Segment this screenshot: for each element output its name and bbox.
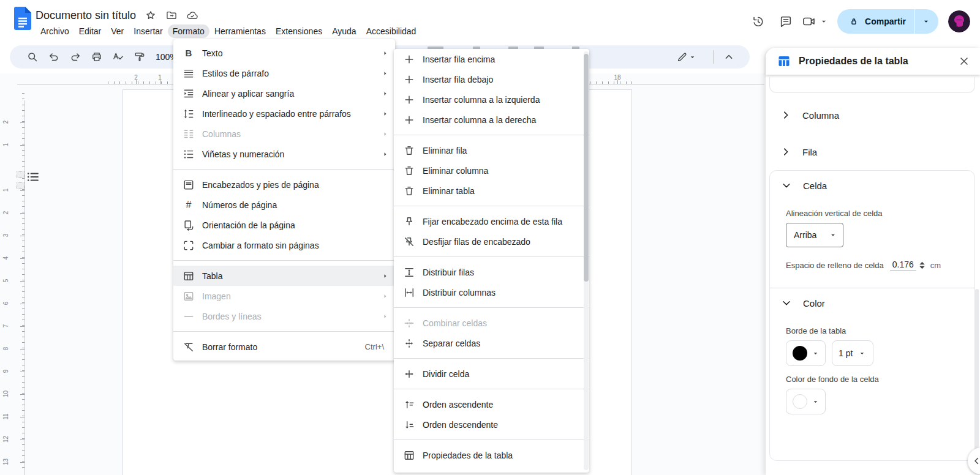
menu-item-numeros-de-pagina[interactable]: #Números de página [173,195,395,215]
meet-call-button[interactable] [802,14,829,29]
menu-item-insertar-columna-izquierda[interactable]: Insertar columna a la izquierda [394,89,589,110]
section-columna[interactable]: Columna [769,102,975,129]
table-icon [403,449,415,462]
table-row-grip[interactable] [17,171,24,178]
menu-item-vinetas-y-numeracion[interactable]: Viñetas y numeración [173,144,395,164]
menu-item-desfijar-filas[interactable]: Desfijar filas de encabezado [394,231,589,252]
menu-item-label: Eliminar fila [423,146,583,155]
ruler-tick [22,93,24,94]
ruler-tick [22,337,24,337]
document-outline-icon[interactable] [26,170,40,184]
border-color-swatch[interactable] [786,340,826,366]
menu-item-interlineado[interactable]: Interlineado y espaciado entre párrafos [173,103,395,124]
spellcheck-icon[interactable] [110,49,126,65]
meet-dropdown-icon[interactable] [819,17,829,26]
submenu-arrow-icon [382,130,389,138]
menu-item-encabezados-y-pies[interactable]: Encabezados y pies de página [173,174,395,195]
menubar-item-herramientas[interactable]: Herramientas [209,24,271,38]
lock-icon [848,16,859,27]
ruler-tick [22,422,24,422]
ruler-tick [138,81,138,84]
close-panel-icon[interactable] [953,50,975,72]
menu-item-eliminar-tabla[interactable]: Eliminar tabla [394,181,589,201]
menu-item-fijar-encabezado[interactable]: Fijar encabezado encima de esta fila [394,211,589,231]
menubar-item-editar[interactable]: Editar [74,24,107,38]
menubar-item-accesibilidad[interactable]: Accesibilidad [361,24,421,38]
search-menus-icon[interactable] [24,49,40,65]
paint-format-icon[interactable] [132,49,148,65]
editing-mode-button[interactable] [673,49,700,65]
menubar-item-archivo[interactable]: Archivo [36,24,74,38]
menu-separator [394,439,589,440]
cloud-status-icon[interactable] [186,9,198,21]
chevron-right-icon[interactable] [780,146,791,157]
menubar-item-ver[interactable]: Ver [106,24,129,38]
version-history-button[interactable] [745,9,770,34]
pin-icon [403,215,415,228]
menu-item-insertar-columna-derecha[interactable]: Insertar columna a la derecha [394,110,589,130]
menu-item-insertar-fila-encima[interactable]: Insertar fila encima [394,49,589,69]
print-icon[interactable] [89,49,105,65]
menubar-item-insertar[interactable]: Insertar [129,24,167,38]
hide-menus-icon[interactable] [721,49,737,65]
star-icon[interactable] [145,9,157,21]
ruler-tick [22,105,24,105]
ruler-number: 7 [2,322,9,331]
menu-item-formato-sin-paginas[interactable]: Cambiar a formato sin páginas [173,235,395,255]
menu-item-tabla[interactable]: Tabla [173,266,395,286]
submenu-scrollbar-thumb[interactable] [584,54,589,282]
ruler-tick [596,81,597,84]
chevron-down-icon[interactable] [781,297,792,309]
menu-item-orientacion-de-pagina[interactable]: Orientación de la página [173,215,395,235]
menu-item-texto[interactable]: BTexto [173,43,395,63]
menu-item-orden-descendente[interactable]: Orden descendente [394,414,589,435]
menu-item-eliminar-fila[interactable]: Eliminar fila [394,140,589,160]
share-dropdown-icon[interactable] [915,9,938,34]
ruler-tick [22,376,24,377]
cell-bg-swatch[interactable] [786,389,826,414]
menu-item-label: Tabla [202,271,382,281]
padding-stepper[interactable] [919,261,925,269]
section-color[interactable]: Color [770,288,974,318]
vertical-ruler[interactable]: 2112345678910111213 [0,84,25,475]
menu-item-estilos-de-parrafo[interactable]: Estilos de párrafo [173,63,395,83]
menu-item-orden-ascendente[interactable]: Orden ascendente [394,394,589,414]
ruler-tick [22,155,24,156]
redo-icon[interactable] [67,49,83,65]
menu-item-label: Cambiar a formato sin páginas [202,241,389,250]
menubar-item-extensiones[interactable]: Extensiones [271,24,327,38]
move-folder-icon[interactable] [165,9,178,21]
undo-icon[interactable] [46,49,62,65]
menu-item-distribuir-columnas[interactable]: Distribuir columnas [394,282,589,302]
app-header: Documento sin título ArchivoEditarVerIns… [0,0,980,38]
chevron-down-icon[interactable] [781,180,792,191]
menu-item-borrar-formato[interactable]: Borrar formatoCtrl+\ [173,337,395,357]
menu-item-label: Insertar fila encima [423,54,583,64]
menu-item-propiedades-de-la-tabla[interactable]: Propiedades de la tabla [394,445,589,465]
menu-item-eliminar-columna[interactable]: Eliminar columna [394,160,589,181]
menubar-item-ayuda[interactable]: Ayuda [327,24,361,38]
menu-item-insertar-fila-debajo[interactable]: Insertar fila debajo [394,69,589,89]
ruler-tick [22,342,24,343]
menu-item-alinear-y-aplicar-sangria[interactable]: Alinear y aplicar sangría [173,83,395,103]
comments-button[interactable] [774,9,798,34]
section-celda[interactable]: Celda [770,171,974,200]
chevron-right-icon[interactable] [780,110,791,121]
swatch-dropdown-icon [811,349,820,358]
border-width-select[interactable]: 1 pt [832,340,873,366]
menu-item-distribuir-filas[interactable]: Distribuir filas [394,262,589,282]
menubar-item-formato[interactable]: Formato [168,24,209,38]
menu-item-separar-celdas[interactable]: Separar celdas [394,333,589,353]
section-fila[interactable]: Fila [769,138,975,165]
menu-item-dividir-celda[interactable]: Dividir celda [394,364,589,384]
document-title[interactable]: Documento sin título [36,9,136,22]
table-row-grip[interactable] [17,182,24,189]
share-button[interactable]: Compartir [837,9,938,34]
valign-select[interactable]: Arriba [786,223,843,247]
avatar[interactable] [948,10,970,32]
panel-scrollbar[interactable] [975,289,979,466]
docs-logo-icon[interactable] [14,7,31,30]
menu-separator [394,389,589,389]
swatch-dropdown-icon [811,397,820,406]
padding-input[interactable]: 0.176 [890,260,916,271]
